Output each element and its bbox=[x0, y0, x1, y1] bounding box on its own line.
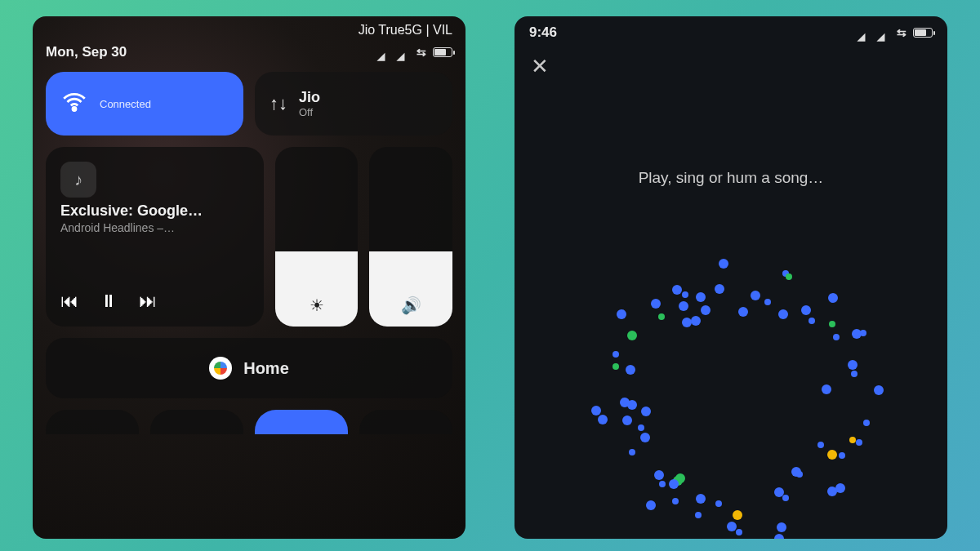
viz-dot bbox=[827, 487, 837, 496]
viz-dot bbox=[774, 487, 784, 497]
viz-dot bbox=[646, 500, 656, 510]
viz-dot bbox=[848, 360, 858, 370]
viz-dot bbox=[638, 424, 644, 431]
viz-dot bbox=[774, 534, 784, 539]
music-note-icon: ♪ bbox=[60, 162, 96, 198]
viz-dot bbox=[695, 512, 702, 518]
close-button[interactable]: ✕ bbox=[514, 49, 947, 79]
time-label: 9:46 bbox=[529, 24, 557, 41]
viz-dot bbox=[829, 321, 835, 327]
signal-icon-1 bbox=[377, 47, 390, 57]
viz-dot bbox=[629, 449, 635, 455]
viz-dot bbox=[738, 307, 748, 317]
viz-dot bbox=[778, 309, 788, 319]
quick-toggle-3-active[interactable] bbox=[255, 410, 348, 434]
media-subtitle: Android Headlines –… bbox=[60, 221, 249, 234]
quick-toggle-row bbox=[46, 410, 452, 434]
brightness-icon: ☀ bbox=[310, 295, 324, 315]
viz-dot bbox=[659, 481, 666, 487]
previous-track-button[interactable]: ⏮ bbox=[60, 291, 78, 312]
viz-dot bbox=[828, 293, 838, 303]
carrier-label: Jio True5G | VIL bbox=[359, 23, 452, 38]
signal-icon-2 bbox=[397, 47, 410, 57]
viz-dot bbox=[736, 529, 742, 535]
viz-dot bbox=[808, 318, 815, 324]
media-player-tile[interactable]: ♪ Exclusive: Google… Android Headlines –… bbox=[46, 147, 264, 327]
quick-toggle-2[interactable] bbox=[150, 410, 243, 434]
battery-icon-r bbox=[913, 28, 933, 38]
svg-point-0 bbox=[73, 108, 76, 111]
status-bar-date-row: Mon, Sep 30 bbox=[33, 39, 466, 65]
home-tile[interactable]: Home bbox=[46, 338, 452, 398]
viz-dot bbox=[701, 305, 710, 315]
viz-dot bbox=[669, 479, 679, 489]
status-icons-right bbox=[858, 24, 933, 41]
volume-slider[interactable]: 🔊 bbox=[369, 147, 452, 327]
viz-dot bbox=[612, 363, 619, 370]
quick-toggle-1[interactable] bbox=[46, 410, 139, 434]
viz-dot bbox=[851, 371, 858, 377]
viz-dot bbox=[691, 316, 701, 326]
signal-icon-r1 bbox=[858, 28, 871, 38]
wifi-status-icon bbox=[416, 44, 426, 60]
viz-dot bbox=[733, 510, 742, 520]
viz-dot bbox=[617, 309, 626, 319]
viz-dot bbox=[817, 442, 824, 448]
viz-dot bbox=[612, 351, 619, 358]
wifi-subtitle: Connected bbox=[100, 98, 151, 110]
song-search-phone: 9:46 ✕ Play, sing or hum a song… bbox=[514, 16, 947, 539]
viz-dot bbox=[640, 433, 650, 442]
control-center-phone: Jio True5G | VIL Mon, Sep 30 Connected bbox=[33, 16, 466, 539]
viz-dot bbox=[856, 439, 862, 446]
data-arrows-icon: ↑↓ bbox=[270, 93, 287, 114]
date-label: Mon, Sep 30 bbox=[46, 44, 127, 60]
viz-dot bbox=[863, 420, 870, 426]
viz-dot bbox=[839, 452, 845, 459]
status-icons bbox=[377, 44, 452, 60]
viz-dot bbox=[822, 384, 831, 394]
viz-dot bbox=[860, 330, 866, 336]
viz-dot bbox=[654, 470, 664, 480]
viz-dot bbox=[782, 495, 789, 501]
pause-button[interactable]: ⏸ bbox=[100, 291, 118, 312]
viz-dot bbox=[679, 301, 688, 311]
viz-dot bbox=[874, 385, 884, 395]
viz-dot bbox=[682, 291, 688, 298]
wifi-tile[interactable]: Connected bbox=[46, 72, 243, 136]
viz-dot bbox=[827, 450, 837, 460]
signal-icon-r2 bbox=[877, 28, 890, 38]
google-home-icon bbox=[209, 357, 232, 380]
next-track-button[interactable]: ⏭ bbox=[139, 291, 157, 312]
brightness-slider[interactable]: ☀ bbox=[275, 147, 359, 327]
status-bar-right: 9:46 bbox=[514, 16, 947, 49]
song-search-prompt: Play, sing or hum a song… bbox=[514, 169, 947, 187]
viz-dot bbox=[715, 500, 722, 507]
viz-dot bbox=[672, 498, 679, 504]
viz-dot bbox=[622, 415, 632, 425]
viz-dot bbox=[751, 291, 760, 300]
viz-dot bbox=[696, 292, 706, 302]
viz-dot bbox=[786, 273, 792, 280]
viz-dot bbox=[849, 437, 856, 443]
home-label: Home bbox=[243, 359, 289, 378]
wifi-icon bbox=[60, 88, 88, 119]
data-subtitle: Off bbox=[299, 106, 320, 118]
viz-dot bbox=[627, 331, 637, 340]
viz-dot bbox=[626, 365, 635, 375]
viz-dot bbox=[777, 522, 786, 532]
viz-dot bbox=[620, 398, 630, 407]
data-title: Jio bbox=[299, 89, 320, 106]
viz-dot bbox=[696, 494, 706, 504]
volume-icon: 🔊 bbox=[401, 295, 421, 315]
viz-dot bbox=[598, 415, 608, 424]
status-bar-top: Jio True5G | VIL bbox=[33, 16, 466, 39]
mobile-data-tile[interactable]: ↑↓ Jio Off bbox=[255, 72, 452, 136]
control-tiles: Connected ↑↓ Jio Off ♪ Exclusive: Google… bbox=[33, 65, 466, 441]
viz-dot bbox=[641, 407, 651, 416]
viz-dot bbox=[833, 334, 840, 340]
viz-dot bbox=[591, 406, 601, 415]
viz-dot bbox=[672, 285, 682, 295]
viz-dot bbox=[764, 299, 771, 305]
wifi-status-icon-r bbox=[897, 24, 906, 41]
quick-toggle-4[interactable] bbox=[359, 410, 452, 434]
